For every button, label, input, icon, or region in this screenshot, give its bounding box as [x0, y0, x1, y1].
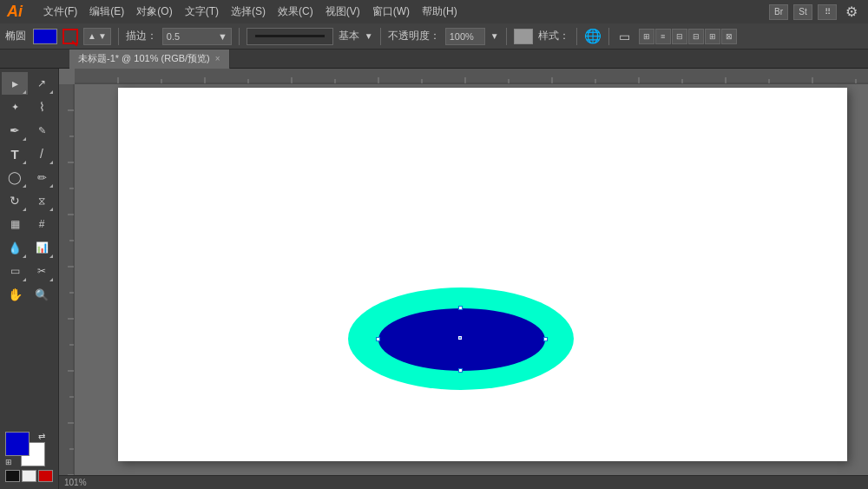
- zoom-level: 101%: [64, 478, 87, 487]
- align-vcenter-btn[interactable]: ⊞: [705, 29, 720, 44]
- ruler-left-svg: [59, 84, 75, 489]
- tool-row-6: ↻ ⧖: [2, 189, 56, 212]
- divider-3: [380, 28, 381, 45]
- artboard-btn[interactable]: ▭: [616, 28, 634, 45]
- line-base-label: 基本: [339, 29, 359, 43]
- line-dropdown-arrow[interactable]: ▼: [365, 31, 373, 41]
- stroke-color-icon[interactable]: [62, 29, 78, 44]
- mesh-tool[interactable]: #: [29, 213, 55, 235]
- menu-file[interactable]: 文件(F): [38, 3, 82, 21]
- blend-tool[interactable]: ⧖: [29, 189, 55, 212]
- zoom-tool[interactable]: 🔍: [29, 283, 55, 306]
- tool-row-3: ✒ ✎: [2, 119, 56, 142]
- align-buttons: ⊞ ≡ ⊟ ⊟ ⊞ ⊠: [639, 29, 737, 44]
- title-bar: Ai 文件(F) 编辑(E) 对象(O) 文字(T) 选择(S) 效果(C) 视…: [0, 0, 868, 23]
- divider-1: [118, 28, 119, 45]
- toolbox: ▸ ↗ ✦ ⌇ ✒ ✎: [0, 69, 59, 489]
- eyedropper-tool[interactable]: 💧: [2, 236, 28, 259]
- reset-colors-icon[interactable]: ⊞: [5, 458, 12, 466]
- handle-top[interactable]: [458, 306, 463, 310]
- style-swatch[interactable]: [514, 29, 533, 44]
- tab-close-btn[interactable]: ×: [215, 54, 220, 63]
- type-tool[interactable]: T: [2, 142, 28, 165]
- tab-label: 未标题-1* @ 101% (RGB/预览): [78, 52, 210, 65]
- cc-icon[interactable]: ⚙: [842, 4, 861, 20]
- tab-bar: 未标题-1* @ 101% (RGB/预览) ×: [0, 50, 868, 69]
- pencil-tool[interactable]: ✏: [29, 166, 55, 188]
- tool-row-4: T /: [2, 142, 56, 165]
- add-anchor-tool[interactable]: ✎: [29, 119, 55, 142]
- toolbox-colors: ⇄ ⊞: [2, 428, 56, 486]
- menu-edit[interactable]: 编辑(E): [84, 3, 129, 21]
- align-bottom-btn[interactable]: ⊠: [721, 29, 737, 44]
- divider-6: [608, 28, 609, 45]
- align-center-btn[interactable]: ≡: [655, 29, 671, 44]
- align-right-btn[interactable]: ⊟: [672, 29, 687, 44]
- canvas-area[interactable]: 101%: [59, 69, 868, 489]
- hand-tool[interactable]: ✋: [2, 283, 28, 306]
- color-mode-gradient[interactable]: [22, 470, 36, 482]
- pen-tool[interactable]: ✒: [2, 119, 28, 142]
- handle-left[interactable]: [376, 337, 380, 341]
- style-label: 样式：: [538, 29, 569, 43]
- options-bar: 椭圆 ▲ ▼ 描边： 0.5 ▼ 基本 ▼ 不透明度： 100% ▼ 样式： 🌐…: [0, 23, 868, 50]
- status-bar: 101%: [59, 475, 868, 489]
- center-handle: [458, 336, 462, 340]
- grid-icon[interactable]: ⠿: [818, 4, 837, 20]
- color-mode-fill[interactable]: [5, 470, 20, 482]
- handle-bottom[interactable]: [458, 368, 463, 373]
- tool-row-9: ▭ ✂: [2, 260, 56, 282]
- graph-tool[interactable]: 📊: [29, 236, 55, 259]
- right-icons: Br St ⠿ ⚙: [769, 4, 861, 20]
- select-tool[interactable]: ▸: [2, 72, 28, 95]
- align-left-btn[interactable]: ⊞: [639, 29, 654, 44]
- menu-effect[interactable]: 效果(C): [273, 3, 319, 21]
- line-tool[interactable]: /: [29, 142, 55, 165]
- tool-row-7: ▦ #: [2, 213, 56, 235]
- menu-select[interactable]: 选择(S): [226, 3, 271, 21]
- line-style-preview[interactable]: [247, 28, 333, 45]
- color-stack: ⇄ ⊞: [5, 432, 45, 466]
- ellipse-tool[interactable]: ◯: [2, 166, 28, 188]
- menu-object[interactable]: 对象(O): [131, 3, 177, 21]
- stock-icon[interactable]: St: [793, 4, 812, 20]
- slice-tool[interactable]: ✂: [29, 260, 55, 282]
- stroke-dropdown[interactable]: 0.5 ▼: [162, 28, 232, 45]
- handle-right[interactable]: [543, 337, 548, 341]
- tool-row-10: ✋ 🔍: [2, 283, 56, 306]
- svg-rect-0: [75, 69, 868, 84]
- color-mode-row: [5, 470, 53, 482]
- tool-row-2: ✦ ⌇: [2, 96, 56, 118]
- globe-icon[interactable]: 🌐: [584, 28, 602, 45]
- artboard[interactable]: [118, 88, 847, 461]
- artboard-tool[interactable]: ▭: [2, 260, 28, 282]
- ruler-top-svg: [75, 69, 868, 84]
- foreground-color-swatch[interactable]: [5, 432, 30, 456]
- menu-view[interactable]: 视图(V): [320, 3, 365, 21]
- ruler-top: [75, 69, 868, 84]
- ai-logo: Ai: [7, 3, 28, 21]
- shape-label: 椭圆: [5, 29, 26, 43]
- tool-row-5: ◯ ✏: [2, 166, 56, 188]
- document-tab[interactable]: 未标题-1* @ 101% (RGB/预览) ×: [69, 50, 230, 69]
- main-area: ▸ ↗ ✦ ⌇ ✒ ✎: [0, 69, 868, 489]
- rotate-tool[interactable]: ↻: [2, 189, 28, 212]
- menu-text[interactable]: 文字(T): [180, 3, 224, 21]
- swap-colors-icon[interactable]: ⇄: [38, 432, 45, 441]
- magic-wand-tool[interactable]: ✦: [2, 96, 28, 118]
- divider-5: [576, 28, 577, 45]
- fill-color-swatch[interactable]: [33, 29, 57, 44]
- opacity-arrow[interactable]: ▼: [490, 31, 499, 41]
- color-mode-none[interactable]: [38, 470, 53, 482]
- bridge-icon[interactable]: Br: [769, 4, 788, 20]
- stroke-label: 描边：: [126, 29, 157, 43]
- gradient-tool[interactable]: ▦: [2, 213, 28, 235]
- lasso-tool[interactable]: ⌇: [29, 96, 55, 118]
- ellipse-inner[interactable]: [378, 308, 545, 371]
- menu-help[interactable]: 帮助(H): [417, 3, 463, 21]
- menu-window[interactable]: 窗口(W): [367, 3, 415, 21]
- ruler-left: [59, 84, 75, 489]
- direct-select-tool[interactable]: ↗: [29, 72, 55, 95]
- align-top-btn[interactable]: ⊟: [688, 29, 704, 44]
- opacity-value[interactable]: 100%: [445, 28, 485, 45]
